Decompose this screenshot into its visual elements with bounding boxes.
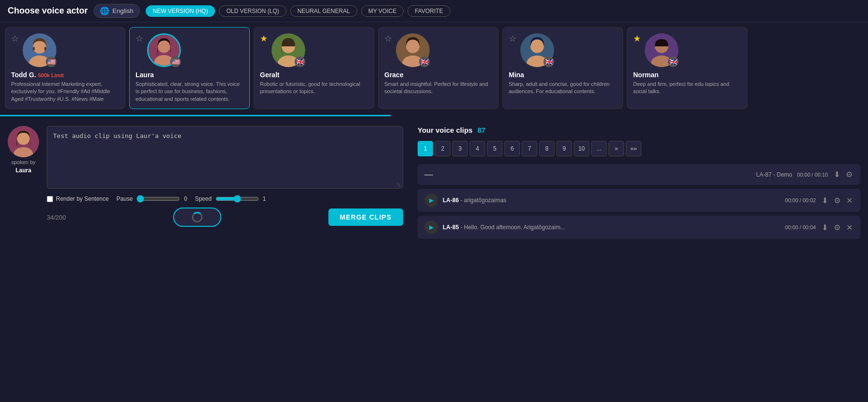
globe-icon: 🌐 (100, 6, 109, 15)
flag-badge-geralt: 🇬🇧 (295, 56, 305, 67)
page-btn-6[interactable]: 6 (504, 141, 520, 156)
language-button[interactable]: 🌐 English (94, 4, 140, 18)
filter-btn-my-voice[interactable]: MY VOICE (361, 5, 404, 17)
text-area-wrap: ⤡ (47, 126, 403, 190)
star-icon-geralt[interactable]: ★ (260, 33, 268, 44)
clip-time-LA-87: 00:00 / 00:10 (797, 172, 828, 178)
settings-btn-LA-86[interactable]: ⚙ (833, 195, 841, 206)
pagination: 12345678910...»»» (418, 141, 860, 156)
controls-row: Render by Sentence Pause 0 Speed 1 (47, 195, 403, 203)
clip-info-LA-86: LA-86 - arigatōgozaimas (443, 197, 780, 204)
clip-info-LA-85: LA-85 - Hello. Good afternoon. Arigatōgo… (443, 224, 780, 231)
clip-actions-LA-87: ⬇ ⚙ (833, 169, 854, 180)
page-btn-7[interactable]: 7 (522, 141, 537, 156)
speed-slider[interactable] (216, 195, 259, 203)
voice-cards-scroll: ☆ 🇺🇸 Todd G. 500k Limit Professional Int… (5, 27, 863, 113)
flag-badge-todd: 🇺🇸 (46, 56, 56, 67)
star-icon-mina[interactable]: ☆ (509, 33, 516, 44)
page-btn-9[interactable]: 9 (556, 141, 572, 156)
avatar-wrap-mina: 🇬🇧 (520, 33, 554, 67)
page-btn-3[interactable]: 3 (452, 141, 468, 156)
voice-desc-geralt: Robotic or futuristic, good for technolo… (260, 81, 368, 96)
pause-slider-group: Pause 0 (116, 195, 187, 203)
flag-badge-laura: 🇺🇸 (170, 56, 181, 67)
close-btn-LA-85[interactable]: ✕ (845, 222, 854, 233)
pause-slider[interactable] (136, 195, 180, 203)
download-btn-LA-87[interactable]: ⬇ (833, 169, 841, 180)
star-icon-todd[interactable]: ☆ (11, 33, 19, 44)
render-by-sentence-checkbox[interactable] (47, 196, 53, 202)
voice-name-mina: Mina (509, 71, 617, 79)
clip-text-LA-85: - Hello. Good afternoon. Arigatōgozaim..… (461, 224, 565, 231)
voice-card-mina[interactable]: ☆ 🇬🇧 Mina Sharp, adult and concise, good… (502, 27, 623, 109)
svg-point-15 (530, 40, 544, 53)
star-icon-grace[interactable]: ☆ (384, 33, 392, 44)
page-btn-»»[interactable]: »» (626, 141, 641, 156)
filter-btn-new-version[interactable]: NEW VERSION (HQ) (146, 5, 216, 17)
filter-btn-favorite[interactable]: FAVORITE (407, 5, 450, 17)
play-btn-LA-86[interactable]: ▶ (424, 194, 438, 207)
voice-card-top: ☆ 🇺🇸 (11, 33, 119, 67)
star-icon-laura[interactable]: ☆ (136, 33, 143, 44)
clip-id-LA-87: LA-87 - Demo (756, 171, 792, 178)
flag-badge-grace: 🇬🇧 (419, 56, 430, 67)
speed-label: Speed (195, 195, 212, 202)
speaker-avatar: spoken by Laura (8, 126, 39, 359)
speed-slider-group: Speed 1 (195, 195, 266, 203)
merge-clips-button[interactable]: MERGE CLIPS (328, 208, 403, 226)
voice-text-input[interactable] (47, 126, 403, 189)
download-btn-LA-86[interactable]: ⬇ (821, 195, 829, 206)
clip-actions-LA-85: ⬇ ⚙ ✕ (821, 222, 854, 233)
filter-buttons: NEW VERSION (HQ)OLD VERSION (LQ)NEURAL G… (146, 5, 450, 17)
page-btn-...[interactable]: ... (591, 141, 607, 156)
filter-btn-neural-general[interactable]: NEURAL GENERAL (290, 5, 357, 17)
download-btn-LA-85[interactable]: ⬇ (821, 222, 829, 233)
voice-name-geralt: Geralt (260, 71, 368, 79)
clip-list: — LA-87 - Demo 00:00 / 00:10 ⬇ ⚙ ▶ LA-86… (418, 164, 860, 239)
clip-item-la-87: — LA-87 - Demo 00:00 / 00:10 ⬇ ⚙ (418, 164, 860, 185)
voice-card-geralt[interactable]: ★ 🇬🇧 Geralt Robotic or futuristic, good … (254, 27, 374, 109)
page-btn-2[interactable]: 2 (435, 141, 450, 156)
avatar-wrap-geralt: 🇬🇧 (271, 33, 305, 67)
generate-button[interactable] (173, 208, 221, 227)
voice-card-grace[interactable]: ☆ 🇬🇧 Grace Smart and insightful. Perfect… (378, 27, 499, 109)
voice-name-grace: Grace (384, 71, 492, 79)
filter-btn-old-version[interactable]: OLD VERSION (LQ) (219, 5, 286, 17)
play-btn-LA-85[interactable]: ▶ (424, 221, 438, 234)
clip-id-label-LA-86: LA-86 (443, 197, 459, 204)
laura-avatar-svg (8, 126, 39, 157)
voice-card-top: ★ 🇬🇧 (633, 33, 741, 67)
close-btn-LA-86[interactable]: ✕ (845, 195, 854, 206)
voice-card-laura[interactable]: ☆ 🇺🇸 Laura Sophisticated, clear, strong … (129, 27, 250, 109)
voice-card-todd[interactable]: ☆ 🇺🇸 Todd G. 500k Limit Professional Int… (5, 27, 125, 109)
flag-badge-norman: 🇬🇧 (668, 56, 678, 67)
loading-spinner (192, 212, 203, 222)
voice-card-norman[interactable]: ★ 🇬🇧 Norman Deep and firm, perfect for e… (627, 27, 747, 109)
clip-id-label-LA-85: LA-85 (443, 224, 459, 231)
flag-badge-mina: 🇬🇧 (543, 56, 554, 67)
page-btn-»[interactable]: » (609, 141, 624, 156)
star-icon-norman[interactable]: ★ (633, 33, 641, 44)
page-btn-8[interactable]: 8 (539, 141, 555, 156)
avatar-wrap-norman: 🇬🇧 (645, 33, 678, 67)
page-btn-10[interactable]: 10 (574, 141, 589, 156)
settings-btn-LA-85[interactable]: ⚙ (833, 222, 841, 233)
pause-label: Pause (116, 195, 133, 202)
render-by-sentence-label[interactable]: Render by Sentence (47, 195, 108, 202)
speaker-name: Laura (15, 167, 31, 174)
page-btn-5[interactable]: 5 (487, 141, 502, 156)
page-btn-1[interactable]: 1 (418, 141, 433, 156)
clip-actions-LA-86: ⬇ ⚙ ✕ (821, 195, 854, 206)
voice-cards-area: ☆ 🇺🇸 Todd G. 500k Limit Professional Int… (0, 22, 868, 113)
voice-card-top: ☆ 🇺🇸 (136, 33, 244, 67)
settings-btn-LA-87[interactable]: ⚙ (845, 169, 854, 180)
page-title: Choose voice actor (8, 6, 88, 16)
voice-desc-laura: Sophisticated, clear, strong voice. This… (136, 81, 244, 103)
speaker-label: spoken by (11, 159, 35, 165)
svg-point-12 (406, 40, 420, 53)
voice-card-top: ☆ 🇬🇧 (384, 33, 492, 67)
speaker-avatar-image (8, 126, 39, 157)
page-btn-4[interactable]: 4 (470, 141, 485, 156)
language-label: English (112, 7, 134, 14)
minimize-bar[interactable]: — (424, 169, 751, 180)
